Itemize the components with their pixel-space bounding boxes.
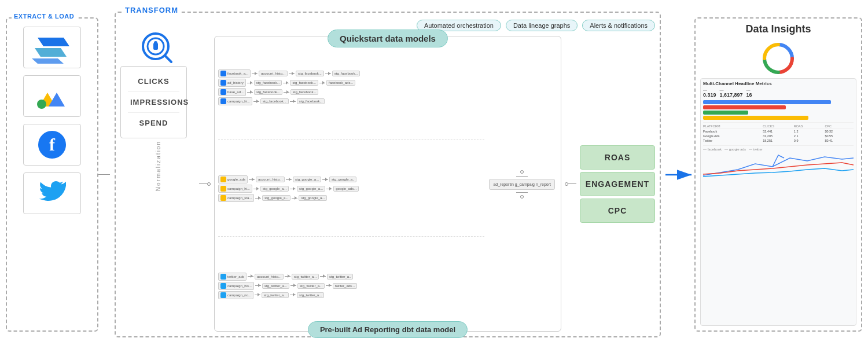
center-line bbox=[516, 176, 528, 177]
normalization-box: CLICKS IMPRESSIONS SPEND bbox=[120, 66, 187, 138]
fb-arrow-3a bbox=[247, 92, 253, 93]
tw-arrow-2b bbox=[290, 285, 296, 286]
stat-2-val: 1,617,897 bbox=[720, 92, 743, 98]
insights-title: Data Insights bbox=[745, 23, 811, 35]
stat-3: — 16 bbox=[746, 88, 752, 98]
tw-node-1: twitter_ads bbox=[218, 273, 247, 281]
tw-arrow-3b bbox=[290, 295, 296, 295]
transform-body: CLICKS IMPRESSIONS SPEND Normalization Q… bbox=[120, 36, 655, 332]
fb-node-3: base_ad... bbox=[218, 88, 246, 96]
stat-3-val: 16 bbox=[746, 92, 752, 98]
lineage-left-col: facebook_a... account_histo... stg_faceb… bbox=[218, 53, 484, 315]
ga-node-1: google_ads bbox=[218, 175, 248, 183]
normalization-label: Normalization bbox=[153, 141, 164, 191]
google-ads-icon bbox=[37, 81, 67, 111]
ga-arrow-3b bbox=[292, 198, 297, 199]
table-row-3: Twitter 18,251 0.9 $0.41 bbox=[703, 138, 854, 143]
ga-node-1b: account_histo... bbox=[256, 177, 285, 182]
google-ring-icon bbox=[761, 41, 796, 76]
bar-4 bbox=[703, 116, 808, 120]
fb-node-3b: stg_facebook... bbox=[254, 89, 282, 95]
fb-row-4: campaign_hi... stg_facebook... stg_faceb… bbox=[218, 97, 484, 105]
metric-cpc: CPC bbox=[580, 199, 655, 223]
stat-1-val: 0.319 bbox=[703, 92, 716, 98]
fb-arrow-4b bbox=[290, 101, 296, 102]
ga-arrow-1a bbox=[249, 179, 255, 180]
ga-node-3c: stg_google_a... bbox=[299, 195, 327, 201]
line-chart-svg bbox=[703, 152, 854, 178]
fb-node-2b: stg_facebook... bbox=[254, 80, 282, 86]
fb-node-4b: stg_facebook... bbox=[260, 98, 289, 104]
ga-row-1: google_ads account_histo... stg_google_a… bbox=[218, 175, 484, 183]
fb-arrow-2a bbox=[247, 83, 253, 83]
center-report-node: ad_reportin g_campaig n_report bbox=[489, 179, 555, 190]
fb-node-2: ad_history bbox=[218, 79, 246, 87]
stat-1-label: — bbox=[703, 88, 716, 92]
fb-arrow-2b bbox=[283, 83, 289, 83]
badge-alerts: Alerts & notifications bbox=[582, 20, 655, 31]
ga-node-2d: google_ads... bbox=[333, 186, 359, 192]
svg-point-9 bbox=[154, 41, 157, 45]
stat-2: — 1,617,897 bbox=[720, 88, 743, 98]
tw-node-1d: stg_twitter_a.. bbox=[327, 274, 353, 280]
transform-label: TRANSFORM bbox=[123, 6, 181, 14]
badge-data-lineage: Data lineage graphs bbox=[506, 20, 578, 31]
group-divider-2 bbox=[218, 236, 484, 238]
extract-load-label: EXTRACT & LOAD bbox=[12, 13, 76, 20]
fb-arrow-4a bbox=[253, 101, 259, 102]
table-row-1: Facebook 52,441 1.2 $0.32 bbox=[703, 129, 854, 134]
fb-node-4: campaign_hi... bbox=[218, 97, 252, 105]
fb-arrow-2c bbox=[319, 83, 325, 83]
tw-arrow-2a bbox=[255, 285, 261, 286]
fb-row-3: base_ad... stg_facebook... stg_facebook.… bbox=[218, 88, 484, 96]
fb-node-1c: stg_facebook... bbox=[296, 71, 324, 76]
ga-node-2c: stg_google_a... bbox=[297, 186, 325, 192]
line-chart-label: — facebook — google ads — twitter bbox=[703, 148, 854, 151]
tw-node-2b: stg_twitter_a... bbox=[262, 283, 289, 289]
facebook-icon: f bbox=[38, 131, 66, 159]
fb-arrow-1c bbox=[325, 74, 331, 74]
fb-arrow-3b bbox=[284, 92, 289, 93]
transform-section: TRANSFORM Automated orchestration Data l… bbox=[115, 12, 661, 337]
tw-arrow-2c bbox=[326, 285, 332, 286]
norm-box: CLICKS IMPRESSIONS SPEND Normalization bbox=[120, 66, 196, 191]
metrics-box: ROAS ENGAGEMENT CPC bbox=[580, 36, 655, 332]
tw-node-1b: account_histo... bbox=[255, 274, 284, 280]
google-ads-logo-box bbox=[23, 75, 81, 117]
ga-node-3: campaign_sta... bbox=[218, 194, 254, 202]
lineage-area: facebook_a... account_histo... stg_faceb… bbox=[218, 53, 557, 315]
ga-node-1d: stg_google_a.. bbox=[329, 177, 356, 182]
metric-engagement: ENGAGEMENT bbox=[580, 172, 655, 196]
stat-1: — 0.319 bbox=[703, 88, 716, 98]
norm-to-dbt-connector bbox=[199, 36, 211, 332]
fb-node-1b: account_histo... bbox=[259, 71, 288, 76]
tw-node-3b: stg_twitter_a... bbox=[262, 292, 289, 298]
facebook-logo-box: f bbox=[23, 124, 81, 166]
fb-row-1: facebook_a... account_histo... stg_faceb… bbox=[218, 69, 484, 78]
mini-table: PLATFORM CLICKS ROAS CPC Facebook 52,441… bbox=[703, 122, 854, 143]
svg-point-5 bbox=[37, 100, 46, 109]
stat-2-label: — bbox=[720, 88, 743, 92]
fivetran-logo-box bbox=[23, 27, 81, 68]
extract-load-section: EXTRACT & LOAD f bbox=[6, 17, 98, 332]
center-dot-right bbox=[520, 195, 524, 199]
tw-arrow-3a bbox=[255, 295, 260, 295]
line-chart-area: — facebook — google ads — twitter bbox=[703, 145, 854, 181]
dashboard-preview: Multi-Channel Headline Metrics — 0.319 —… bbox=[700, 78, 856, 326]
tw-node-2c: stg_twitter_a... bbox=[297, 283, 325, 289]
fb-arrow-1a bbox=[252, 74, 258, 74]
quickstart-label-wrapper: Quickstart data models bbox=[218, 40, 557, 51]
ga-arrow-1b bbox=[286, 179, 292, 180]
tw-row-1: twitter_ads account_histo... stg_twitter… bbox=[218, 273, 484, 281]
fb-node-4c: stg_facebook... bbox=[297, 98, 325, 104]
tw-node-3: campaign_no... bbox=[218, 291, 253, 299]
tw-arrow-1c bbox=[320, 276, 326, 277]
center-node-area: ad_reportin g_campaig n_report bbox=[487, 53, 557, 315]
stat-3-label: — bbox=[746, 88, 752, 92]
tw-row-2: campaign_his... stg_twitter_a... stg_twi… bbox=[218, 282, 484, 290]
fb-group: facebook_a... account_histo... stg_faceb… bbox=[218, 69, 484, 105]
ga-arrow-2b bbox=[290, 189, 296, 189]
svg-marker-1 bbox=[35, 48, 67, 57]
ga-node-1c: stg_google_a... bbox=[293, 177, 321, 182]
prebuilt-label-wrapper: Pre-built Ad Reporting dbt data model bbox=[218, 318, 557, 328]
